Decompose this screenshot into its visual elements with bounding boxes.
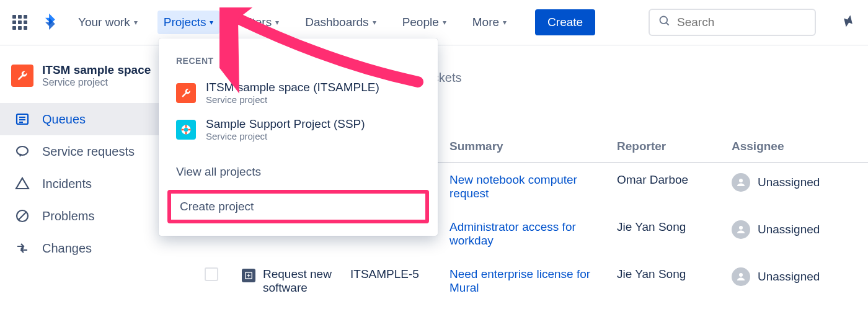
project-wrench-icon [11, 65, 33, 87]
search-icon [658, 15, 671, 30]
sidebar-item-incidents[interactable]: Incidents [0, 168, 180, 200]
project-lifebuoy-icon [176, 120, 196, 140]
search-input[interactable] [677, 16, 806, 29]
avatar-icon [732, 220, 750, 239]
sidebar-item-changes[interactable]: Changes [0, 232, 180, 264]
ticket-assignee: Unassigned [732, 267, 843, 286]
ticket-type: Request new software [263, 267, 350, 295]
table-row[interactable]: Request new software ITSAMPLE-5 Need ent… [180, 258, 868, 305]
svg-point-14 [739, 273, 743, 277]
chevron-down-icon: ▾ [373, 18, 376, 27]
projects-dropdown: RECENT ITSM sample space (ITSAMPLE) Serv… [159, 38, 438, 236]
col-assignee: Assignee [732, 140, 843, 153]
sidebar: ITSM sample space Service project Queues… [0, 46, 180, 327]
jira-logo-icon[interactable] [41, 12, 58, 32]
svg-point-10 [739, 226, 743, 230]
ticket-reporter: Jie Yan Song [617, 267, 732, 281]
create-project-link[interactable]: Create project [167, 190, 429, 223]
nav-filters[interactable]: Filters▾ [233, 11, 285, 34]
ticket-summary-link[interactable]: Administrator access for workday [450, 220, 617, 248]
chevron-down-icon: ▾ [210, 18, 213, 27]
chevron-down-icon: ▾ [503, 18, 507, 27]
search-box[interactable] [649, 9, 816, 36]
app-switcher-icon[interactable] [12, 15, 27, 30]
svg-point-16 [184, 127, 188, 132]
dropdown-item-subtitle: Service project [206, 94, 379, 105]
svg-point-9 [739, 179, 743, 182]
dropdown-item-title: ITSM sample space (ITSAMPLE) [206, 81, 379, 94]
ticket-reporter: Omar Darboe [617, 173, 732, 187]
ticket-summary-link[interactable]: New notebook computer request [450, 173, 617, 200]
ticket-summary-link[interactable]: Need enterprise license for Mural [450, 267, 617, 295]
sidebar-item-label: Incidents [42, 177, 92, 191]
dropdown-project-item[interactable]: ITSM sample space (ITSAMPLE) Service pro… [159, 74, 438, 111]
ticket-key: ITSAMPLE-5 [350, 267, 450, 281]
nav-people[interactable]: People▾ [396, 11, 453, 34]
sidebar-item-label: Problems [42, 209, 94, 223]
svg-point-0 [660, 17, 668, 24]
dropdown-heading: RECENT [159, 51, 438, 74]
chevron-down-icon: ▾ [134, 18, 138, 27]
ticket-assignee: Unassigned [732, 173, 843, 192]
project-wrench-icon [176, 83, 196, 103]
dropdown-item-subtitle: Service project [206, 131, 365, 141]
notification-icon[interactable] [841, 14, 856, 31]
sidebar-item-queues[interactable]: Queues [0, 103, 180, 135]
project-header[interactable]: ITSM sample space Service project [0, 63, 180, 103]
svg-line-8 [19, 212, 26, 220]
project-subtitle: Service project [42, 77, 151, 88]
nav-dashboards[interactable]: Dashboards▾ [299, 11, 382, 34]
avatar-icon [732, 173, 750, 192]
nav-your-work[interactable]: Your work▾ [72, 11, 144, 34]
dropdown-project-item[interactable]: Sample Support Project (SSP) Service pro… [159, 111, 438, 148]
svg-point-6 [17, 146, 28, 155]
avatar-icon [732, 267, 750, 286]
svg-line-1 [666, 23, 669, 25]
sidebar-item-service-requests[interactable]: Service requests [0, 135, 180, 168]
dropdown-item-title: Sample Support Project (SSP) [206, 117, 365, 131]
request-type-icon [242, 269, 255, 282]
nav-more[interactable]: More▾ [466, 11, 513, 34]
nav-projects[interactable]: Projects▾ [157, 11, 220, 34]
ticket-assignee: Unassigned [732, 220, 843, 239]
sidebar-item-label: Changes [42, 241, 92, 256]
chevron-down-icon: ▾ [443, 18, 446, 27]
project-title: ITSM sample space [42, 63, 151, 77]
col-summary: Summary [450, 140, 617, 153]
ticket-reporter: Jie Yan Song [617, 220, 732, 234]
sidebar-item-problems[interactable]: Problems [0, 200, 180, 232]
col-reporter: Reporter [617, 140, 732, 153]
sidebar-item-label: Service requests [42, 145, 135, 159]
chevron-down-icon: ▾ [275, 18, 279, 27]
create-button[interactable]: Create [535, 9, 595, 35]
row-checkbox[interactable] [205, 267, 218, 281]
sidebar-item-label: Queues [42, 112, 86, 127]
view-all-projects-link[interactable]: View all projects [159, 156, 438, 187]
